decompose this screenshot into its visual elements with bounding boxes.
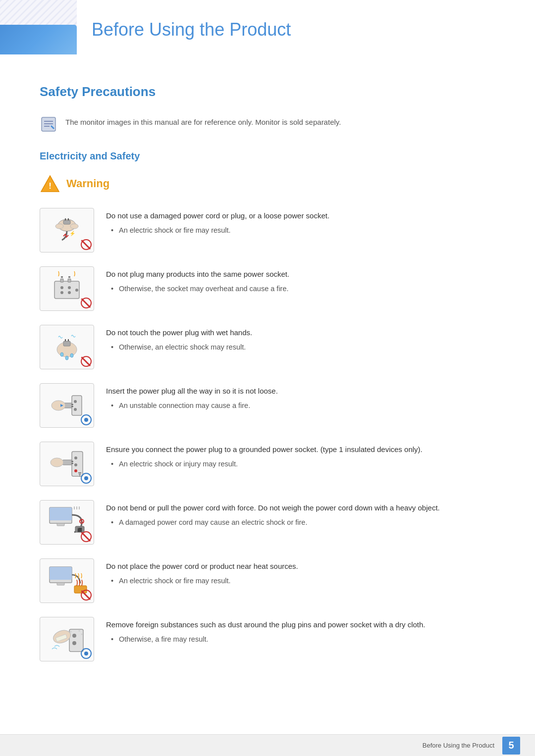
info-symbol-icon <box>81 414 92 425</box>
safety-icon-insert-plug <box>40 383 94 428</box>
svg-point-19 <box>75 289 78 292</box>
safety-icon-grounded <box>40 442 94 486</box>
safety-sub-item: Otherwise, a fire may result. <box>111 634 495 645</box>
svg-point-68 <box>72 641 76 645</box>
safety-icon-damaged-cord: ⚡ <box>40 208 94 252</box>
safety-icon-multi-plug <box>40 266 94 311</box>
svg-point-15 <box>60 286 63 289</box>
svg-rect-23 <box>68 279 71 282</box>
safety-item: Do not plug many products into the same … <box>40 266 495 311</box>
svg-point-17 <box>68 286 71 289</box>
safety-sub-list-4: An unstable connection may cause a fire. <box>106 400 495 411</box>
svg-rect-20 <box>60 279 63 282</box>
safety-main-text-6: Do not bend or pull the power cord with … <box>106 502 495 514</box>
safety-main-text-4: Insert the power plug all the way in so … <box>106 385 495 397</box>
safety-text-6: Do not bend or pull the power cord with … <box>106 500 495 528</box>
svg-point-69 <box>70 631 72 633</box>
safety-sub-list-7: An electric shock or fire may result. <box>106 575 495 587</box>
no-symbol-icon <box>81 531 92 542</box>
svg-rect-63 <box>50 567 72 580</box>
no-symbol-icon <box>81 356 92 367</box>
no-symbol-icon <box>81 298 92 308</box>
safety-sub-item: An electric shock or fire may result. <box>111 225 495 236</box>
section-title: Safety Precautions <box>40 84 495 100</box>
safety-sub-item: Otherwise, the socket may overheat and c… <box>111 283 495 295</box>
svg-point-12 <box>70 224 78 229</box>
safety-item: Do not touch the power plug with wet han… <box>40 325 495 369</box>
safety-sub-list-8: Otherwise, a fire may result. <box>106 634 495 645</box>
safety-item: Remove foreign substances such as dust a… <box>40 617 495 661</box>
svg-rect-33 <box>72 396 82 415</box>
safety-text-3: Do not touch the power plug with wet han… <box>106 325 495 353</box>
safety-sub-list-5: An electric shock or injury may result. <box>106 458 495 470</box>
safety-icon-dust-removal <box>40 617 94 661</box>
safety-item: Do not place the power cord or product n… <box>40 558 495 603</box>
note-text: The monitor images in this manual are fo… <box>65 114 341 128</box>
svg-text:!: ! <box>49 181 52 191</box>
svg-text:⚡: ⚡ <box>69 230 76 237</box>
svg-point-16 <box>60 291 63 294</box>
safety-sub-list-6: A damaged power cord may cause an electr… <box>106 517 495 528</box>
svg-rect-53 <box>50 507 72 520</box>
safety-item: ⚡ Do not use a damaged power cord or plu… <box>40 208 495 252</box>
safety-sub-list-2: Otherwise, the socket may overheat and c… <box>106 283 495 295</box>
header-decoration <box>0 0 77 54</box>
safety-sub-item: An electric shock or injury may result. <box>111 458 495 470</box>
safety-text-5: Ensure you connect the power plug to a g… <box>106 442 495 470</box>
safety-text-4: Insert the power plug all the way in so … <box>106 383 495 411</box>
svg-point-34 <box>74 400 77 403</box>
safety-icon-wet-hands <box>40 325 94 369</box>
safety-sub-item: A damaged power cord may cause an electr… <box>111 517 495 528</box>
svg-point-30 <box>60 353 63 356</box>
safety-main-text-7: Do not place the power cord or product n… <box>106 560 495 572</box>
page-title: Before Using the Product <box>92 19 291 40</box>
svg-point-18 <box>68 291 71 294</box>
footer-section-label: Before Using the Product <box>423 742 494 749</box>
safety-text-2: Do not plug many products into the same … <box>106 266 495 295</box>
safety-sub-list-3: Otherwise, an electric shock may result. <box>106 342 495 353</box>
note-block: The monitor images in this manual are fo… <box>40 114 495 133</box>
svg-rect-66 <box>69 629 83 652</box>
safety-item: ⬛ Do not bend or pull the power cord wit… <box>40 500 495 545</box>
info-symbol-icon <box>81 648 92 659</box>
svg-point-35 <box>74 408 77 411</box>
safety-item: Insert the power plug all the way in so … <box>40 383 495 428</box>
safety-sub-item: Otherwise, an electric shock may result. <box>111 342 495 353</box>
safety-icon-heat-source <box>40 558 94 603</box>
safety-sub-list-1: An electric shock or fire may result. <box>106 225 495 236</box>
safety-icon-bend-cord: ⬛ <box>40 500 94 545</box>
svg-rect-45 <box>62 460 72 465</box>
svg-point-43 <box>74 463 77 466</box>
safety-main-text-5: Ensure you connect the power plug to a g… <box>106 444 495 455</box>
svg-point-44 <box>74 469 77 472</box>
no-symbol-icon <box>81 590 92 601</box>
safety-item: Ensure you connect the power plug to a g… <box>40 442 495 486</box>
page-header: Before Using the Product <box>0 0 535 64</box>
safety-text-8: Remove foreign substances such as dust a… <box>106 617 495 645</box>
svg-point-67 <box>72 634 76 638</box>
info-symbol-icon <box>81 473 92 484</box>
safety-main-text-1: Do not use a damaged power cord or plug,… <box>106 210 495 222</box>
svg-rect-64 <box>57 583 64 585</box>
safety-sub-item: An unstable connection may cause a fire. <box>111 400 495 411</box>
blue-tab-decoration <box>0 25 77 54</box>
safety-main-text-3: Do not touch the power plug with wet han… <box>106 327 495 339</box>
safety-main-text-8: Remove foreign substances such as dust a… <box>106 619 495 631</box>
header-title-area: Before Using the Product <box>77 0 535 54</box>
safety-text-1: Do not use a damaged power cord or plug,… <box>106 208 495 236</box>
svg-rect-54 <box>57 523 64 526</box>
safety-text-7: Do not place the power cord or product n… <box>106 558 495 587</box>
safety-main-text-2: Do not plug many products into the same … <box>106 268 495 280</box>
svg-point-11 <box>55 224 63 229</box>
note-icon <box>40 115 57 133</box>
svg-rect-8 <box>63 220 70 224</box>
warning-label: Warning <box>66 177 109 190</box>
svg-point-70 <box>79 630 80 632</box>
no-symbol-icon <box>81 239 92 250</box>
warning-icon: ! <box>40 174 60 193</box>
page-footer: Before Using the Product 5 <box>0 734 535 756</box>
svg-point-71 <box>81 634 83 635</box>
svg-point-32 <box>70 353 73 357</box>
svg-point-48 <box>51 458 63 467</box>
warning-header: ! Warning <box>40 174 495 193</box>
